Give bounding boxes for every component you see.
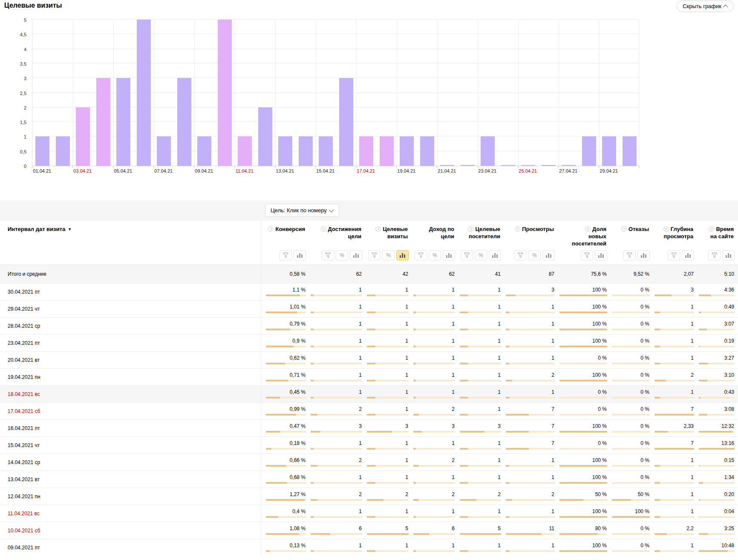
chart-button[interactable]	[595, 250, 607, 260]
column-tools: %	[322, 250, 362, 260]
chart-bar[interactable]	[299, 136, 313, 166]
chart-bar[interactable]	[278, 136, 292, 166]
row-date[interactable]: 28.04.2021 ср	[0, 318, 261, 334]
chart-button[interactable]	[489, 250, 501, 260]
chart-bar[interactable]	[116, 78, 130, 166]
filter-button[interactable]	[461, 250, 473, 260]
column-header-label[interactable]: ?Конверсия	[263, 226, 305, 233]
help-icon[interactable]: ?	[321, 226, 326, 232]
chart-button[interactable]	[350, 250, 362, 260]
filter-button[interactable]	[581, 250, 593, 260]
column-header-label[interactable]: ?Время на сайте	[696, 226, 734, 240]
help-icon[interactable]: ?	[375, 226, 381, 232]
row-date[interactable]: 16.04.2021 пт	[0, 420, 261, 436]
row-date[interactable]: 30.04.2021 пт	[0, 283, 261, 300]
filter-button[interactable]	[708, 250, 721, 260]
chart-bar[interactable]	[400, 136, 414, 166]
row-date[interactable]: 10.04.2021 сб	[0, 522, 261, 539]
row-date[interactable]: 19.04.2021 пн	[0, 369, 261, 385]
chart-bar[interactable]	[238, 136, 252, 166]
chart-bar[interactable]	[157, 136, 171, 166]
column-header-label[interactable]: ?Глубина просмотра	[652, 226, 693, 240]
chart-button[interactable]	[542, 250, 555, 260]
help-icon[interactable]: ?	[663, 226, 669, 232]
column-header-label[interactable]: ?Целевые визиты	[364, 226, 408, 240]
percent-button[interactable]: %	[475, 250, 487, 260]
chart-bar[interactable]	[56, 136, 70, 166]
column-header-label[interactable]: ?Отказы	[609, 226, 649, 233]
help-icon[interactable]: ?	[709, 226, 714, 232]
filter-button[interactable]	[623, 250, 636, 260]
chart-bar[interactable]	[602, 136, 616, 166]
column-header-label[interactable]: ?Достижения цели	[308, 226, 361, 240]
filter-button[interactable]	[514, 250, 527, 260]
chart-button[interactable]	[637, 250, 650, 260]
chart-bar[interactable]	[137, 20, 151, 166]
chart-button[interactable]	[443, 250, 455, 260]
chart-bar[interactable]	[96, 78, 110, 166]
row-date[interactable]: 14.04.2021 ср	[0, 454, 261, 471]
help-icon[interactable]: ?	[268, 226, 274, 232]
percent-button[interactable]: %	[336, 250, 348, 260]
chart-bar[interactable]	[197, 136, 211, 166]
filter-button[interactable]	[322, 250, 334, 260]
filter-button[interactable]	[368, 250, 381, 260]
chart-button[interactable]	[722, 250, 735, 260]
metric-cell: 2,2	[650, 522, 694, 539]
chart-bar[interactable]	[582, 136, 596, 166]
chart-bar[interactable]	[623, 136, 637, 166]
chart-button[interactable]	[396, 250, 409, 260]
row-date[interactable]: 17.04.2021 сб	[0, 403, 261, 419]
row-date[interactable]: 09.04.2021 пт	[0, 539, 261, 556]
chart-bar[interactable]	[359, 136, 373, 166]
percent-button[interactable]: %	[429, 250, 441, 260]
chart-bar[interactable]	[35, 136, 49, 166]
filter-button[interactable]	[280, 250, 292, 260]
metric-value: 1	[501, 508, 555, 514]
row-date[interactable]: 20.04.2021 вт	[0, 352, 261, 368]
row-date[interactable]: 23.04.2021 пт	[0, 335, 261, 351]
help-icon[interactable]: ?	[468, 226, 473, 232]
metric-minibar-track	[460, 448, 501, 450]
hide-chart-button[interactable]: Скрыть график	[677, 0, 734, 12]
column-header-label[interactable]: Доход по цели	[410, 226, 454, 240]
chart-bar[interactable]	[481, 136, 495, 166]
column-header-label[interactable]: ?Просмотры	[503, 226, 554, 233]
percent-button[interactable]: %	[382, 250, 395, 260]
row-date[interactable]: 29.04.2021 чт	[0, 300, 261, 317]
chart-bar[interactable]	[76, 107, 90, 166]
help-icon[interactable]: ?	[621, 226, 627, 232]
chart-bar[interactable]	[420, 136, 434, 166]
filter-button[interactable]	[415, 250, 427, 260]
x-axis-tick-label: 25.04.21	[519, 168, 537, 173]
chart-button[interactable]	[294, 250, 306, 260]
chart-bar[interactable]	[339, 78, 353, 166]
chart-bar[interactable]	[218, 20, 232, 166]
chart-bar[interactable]	[319, 136, 333, 166]
chart-bar[interactable]	[501, 165, 515, 166]
chart-bar[interactable]	[380, 136, 394, 166]
column-header-label[interactable]: ?Целевые посетители	[457, 226, 500, 240]
row-date[interactable]: 18.04.2021 вс	[0, 386, 261, 402]
help-icon[interactable]: ?	[585, 226, 591, 232]
help-icon[interactable]: ?	[515, 226, 520, 232]
row-date[interactable]: 13.04.2021 вт	[0, 471, 261, 488]
row-date[interactable]: 12.04.2021 пн	[0, 488, 261, 505]
chart-button[interactable]	[682, 250, 694, 260]
chart-bar[interactable]	[562, 165, 576, 166]
chart-bar[interactable]	[258, 107, 272, 166]
column-header-label[interactable]: ?Доля новых посетителей	[556, 226, 606, 248]
chart-bar[interactable]	[521, 165, 535, 166]
row-date[interactable]: 15.04.2021 чт	[0, 437, 261, 453]
metric-cell: 1	[455, 369, 501, 385]
chart-bar[interactable]	[177, 78, 191, 166]
goal-selector-dropdown[interactable]: Цель: Клик по номеру	[265, 204, 339, 217]
date-column-header[interactable]: Интервал дат визита▼	[0, 220, 261, 265]
chart-bar[interactable]	[461, 165, 475, 166]
percent-button[interactable]: %	[528, 250, 541, 260]
chart-bar[interactable]	[542, 165, 556, 166]
filter-button[interactable]	[668, 250, 680, 260]
row-date[interactable]: 11.04.2021 вс	[0, 505, 261, 522]
chart-bar[interactable]	[440, 165, 454, 166]
totals-value: 87	[501, 271, 555, 277]
